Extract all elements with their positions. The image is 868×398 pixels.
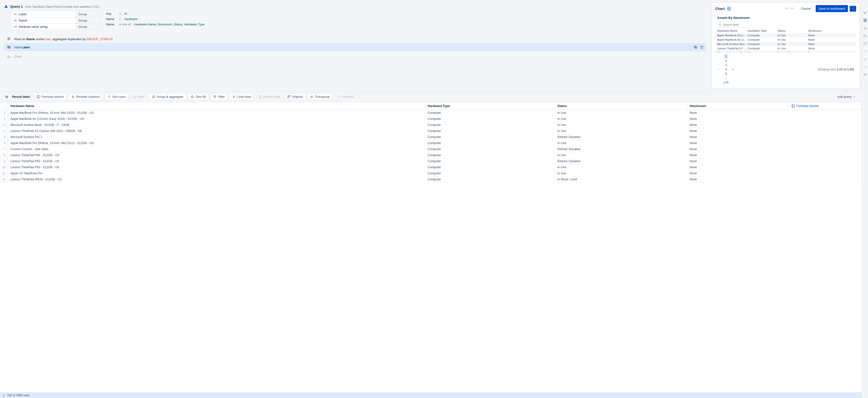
magic-wand-icon[interactable] xyxy=(863,11,867,14)
formula-cell[interactable] xyxy=(789,158,862,164)
result-row[interactable]: 9Lenovo ThinkPad P50 - 512GB - USCompute… xyxy=(0,158,862,164)
schema-agg[interactable]: Group xyxy=(75,11,101,17)
formula-cell[interactable] xyxy=(789,122,862,128)
pager-prev-icon[interactable] xyxy=(717,67,721,72)
bar-chart-icon[interactable] xyxy=(863,65,867,69)
formula-cell[interactable] xyxy=(789,146,862,152)
pager-page-button[interactable]: 175 xyxy=(724,80,728,85)
filter-value[interactable]: Hardware xyxy=(124,18,137,21)
chart-row[interactable]: Microsoft Surface Book - 512G…ComputerIn… xyxy=(715,42,856,46)
save-dropdown-button[interactable] xyxy=(849,6,856,12)
formula-cell[interactable] xyxy=(789,110,862,116)
formula-cell[interactable] xyxy=(789,128,862,134)
schema-row[interactable]: AbNameGroup xyxy=(11,17,101,24)
result-column-header[interactable]: Hardware Type xyxy=(425,102,555,110)
chart-row[interactable]: Lenovo ThinkPad X1 Carbon (4…ComputerIn … xyxy=(715,46,856,51)
limit-rows-button[interactable]: Limit rows xyxy=(229,94,254,100)
chevron-down-icon[interactable] xyxy=(863,80,867,84)
result-row[interactable]: 1Apple MacBook Pro (Retina, 15-inch, Mid… xyxy=(0,110,862,116)
row-number: 8 xyxy=(0,152,8,158)
formula-cell[interactable] xyxy=(789,140,862,146)
pager-page-button[interactable]: … xyxy=(724,76,728,80)
formula-column-button[interactable]: Formula column xyxy=(34,94,67,100)
result-column-header[interactable]: Status xyxy=(555,102,687,110)
number-icon[interactable]: 12 xyxy=(863,26,867,30)
chart-column-header[interactable]: Hardware Name xyxy=(717,29,748,32)
result-cell: Computer xyxy=(425,134,555,140)
unpivot-button[interactable]: Unpivot xyxy=(285,94,305,100)
result-row[interactable]: 2Apple MacBook Air (13-inch, Early 2014)… xyxy=(0,116,862,122)
result-row[interactable]: 6Apple MacBook Pro (Retina, 15-inch, Mid… xyxy=(0,140,862,146)
filter-value-list[interactable]: Hardware Name, Stockroom, Status, Hardwa… xyxy=(134,23,205,26)
result-toolbar: Result table Formula column Reorder colu… xyxy=(0,91,862,102)
result-row[interactable]: 3Microsoft Surface Book - 512GB - i7 - 1… xyxy=(0,122,862,128)
schema-row[interactable]: AbLabelGroup xyxy=(11,11,101,17)
pager-page-button[interactable]: 2 xyxy=(724,59,728,63)
redo-icon[interactable] xyxy=(790,7,794,11)
pie-chart-icon[interactable] xyxy=(863,42,867,45)
trash-icon[interactable] xyxy=(700,45,704,49)
formula-cell[interactable] xyxy=(789,170,862,176)
candlestick-icon[interactable] xyxy=(863,73,867,76)
filter-value[interactable]: IA xyxy=(124,12,127,15)
zero-fill-button[interactable]: Zero fill xyxy=(188,94,209,100)
pager-next-icon[interactable] xyxy=(731,67,735,72)
pager-page-button[interactable]: 1 xyxy=(724,54,728,59)
add-query-button[interactable]: Add query xyxy=(835,94,858,100)
schema-row[interactable]: AbAttribute value stringGroup xyxy=(11,24,101,30)
copy-icon[interactable] xyxy=(693,45,698,49)
schema-columns-block[interactable]: AbLabelGroupAbNameGroupAbAttribute value… xyxy=(11,11,101,30)
chart-step-text: Chart xyxy=(14,55,22,58)
number-settings-icon[interactable]: 12 xyxy=(863,34,867,38)
transpose-button[interactable]: Transpose xyxy=(307,94,332,100)
chart-row[interactable]: Apple MacBook Air (13-inch, E…ComputerIn… xyxy=(715,37,856,42)
eye-off-icon xyxy=(6,44,11,50)
result-column-header[interactable]: Stockroom xyxy=(687,102,789,110)
chart-step[interactable]: Chart xyxy=(4,52,708,61)
formula-column-header[interactable]: Formula column xyxy=(789,102,862,110)
hide-step[interactable]: Hide Label xyxy=(4,43,706,51)
result-row[interactable]: 5Microsoft Surface Pro 2ComputerRetired:… xyxy=(0,134,862,140)
result-row[interactable]: 10Lenovo ThinkPad P50 - 512GB - USComput… xyxy=(0,164,862,170)
gauge-icon[interactable] xyxy=(863,49,867,53)
chart-row[interactable]: Microsoft Surface Pro 2ComputerRetired: … xyxy=(715,51,856,52)
chart-column-header[interactable]: Status xyxy=(778,29,808,32)
formula-cell[interactable] xyxy=(789,134,862,140)
pager-page-button[interactable]: 5 xyxy=(724,72,728,76)
formula-cell[interactable] xyxy=(789,176,862,183)
result-table-area[interactable]: Hardware NameHardware TypeStatusStockroo… xyxy=(0,102,862,392)
gear-icon[interactable] xyxy=(727,7,731,11)
schema-agg[interactable]: Group xyxy=(75,18,101,24)
group-aggregate-button[interactable]: Group & aggregate xyxy=(149,94,186,100)
result-cell: None xyxy=(687,164,789,170)
result-row[interactable]: 7Custom Custom - See notesComputerRetire… xyxy=(0,146,862,152)
table-view-icon[interactable] xyxy=(863,19,867,22)
schema-agg[interactable]: Group xyxy=(75,24,101,30)
pager-page-button[interactable]: 4 xyxy=(724,67,728,72)
eye-off-button[interactable] xyxy=(3,94,10,100)
result-row[interactable]: 12Lenovo ThinkPad W530 - 512GB - USCompu… xyxy=(0,176,862,183)
svg-point-16 xyxy=(154,97,155,98)
formula-cell[interactable] xyxy=(789,116,862,122)
chart-search-input[interactable] xyxy=(717,22,748,27)
filter-button[interactable]: Filter xyxy=(211,94,228,100)
chart-row[interactable]: Apple MacBook Pro (Retina, 15…ComputerIn… xyxy=(715,33,856,37)
cancel-button[interactable]: Cancel xyxy=(799,5,813,12)
result-row[interactable]: 8Lenovo ThinkPad P50 - 512GB - USCompute… xyxy=(0,152,862,158)
pager-page-button[interactable]: 3 xyxy=(724,63,728,67)
reorder-columns-button[interactable]: Reorder columns xyxy=(68,94,103,100)
chart-column-header[interactable]: Stockroom xyxy=(808,29,837,32)
line-chart-icon[interactable] xyxy=(863,57,867,61)
pivot-step[interactable]: Pivot on Name sorted Asc, aggregate dupl… xyxy=(4,35,708,43)
rownum-header xyxy=(0,102,8,110)
sort-rows-button[interactable]: Sort rows xyxy=(104,94,128,100)
result-row[interactable]: 11Apple 13" MacBook ProComputerIn UseNon… xyxy=(0,170,862,176)
query-title[interactable]: Query 1 xyxy=(10,5,23,8)
undo-icon[interactable] xyxy=(784,7,788,11)
result-row[interactable]: 4Lenovo ThinkPad X1 Carbon (4th Gen) - 2… xyxy=(0,128,862,134)
formula-cell[interactable] xyxy=(789,164,862,170)
result-column-header[interactable]: Hardware Name xyxy=(8,102,425,110)
save-to-dashboard-button[interactable]: Save to dashboard xyxy=(816,5,848,12)
chart-column-header[interactable]: Hardware Type xyxy=(748,29,778,32)
formula-cell[interactable] xyxy=(789,152,862,158)
